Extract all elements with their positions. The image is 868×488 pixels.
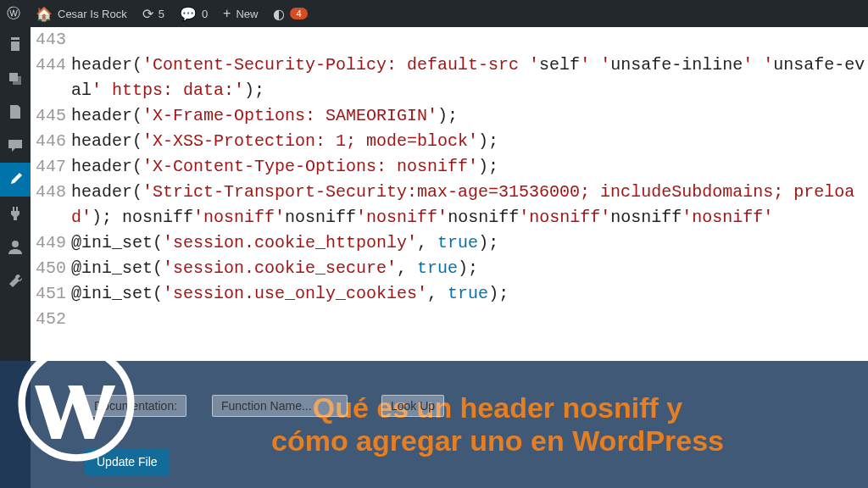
line-number: 452 bbox=[31, 307, 71, 332]
code-line[interactable]: 449@ini_set('session.cookie_httponly', t… bbox=[31, 230, 868, 256]
code-content[interactable] bbox=[71, 27, 868, 53]
code-line[interactable]: 451@ini_set('session.use_only_cookies', … bbox=[31, 281, 868, 307]
code-line[interactable]: 446header('X-XSS-Protection: 1; mode=blo… bbox=[31, 129, 868, 154]
new-label: New bbox=[236, 8, 258, 20]
code-line[interactable]: 443 bbox=[31, 27, 868, 53]
site-home[interactable]: 🏠Cesar Is Rock bbox=[36, 6, 127, 22]
comments-notif[interactable]: 💬0 bbox=[180, 6, 208, 22]
code-line[interactable]: 447header('X-Content-Type-Options: nosni… bbox=[31, 154, 868, 180]
line-number: 443 bbox=[31, 27, 71, 53]
line-number: 446 bbox=[31, 129, 71, 154]
line-number: 445 bbox=[31, 103, 71, 129]
seo-indicator[interactable]: ◐4 bbox=[273, 6, 307, 22]
svg-point-2 bbox=[12, 241, 19, 247]
sidebar-item-tools[interactable] bbox=[0, 264, 31, 298]
updates[interactable]: ⟳5 bbox=[142, 6, 164, 22]
lookup-button[interactable]: Look Up bbox=[381, 395, 444, 417]
sidebar-item-appearance[interactable] bbox=[0, 163, 31, 197]
wp-logo[interactable]: ⓦ bbox=[7, 5, 20, 23]
sidebar-item-media[interactable] bbox=[0, 61, 31, 95]
sidebar-item-posts[interactable] bbox=[0, 27, 31, 61]
code-content[interactable]: header('Strict-Transport-Security:max-ag… bbox=[71, 180, 868, 230]
title-overlay: Documentation: Function Name... Look Up … bbox=[0, 361, 868, 488]
watermark: cursowpress.com bbox=[865, 68, 868, 239]
line-number: 450 bbox=[31, 256, 71, 281]
sidebar-item-pages[interactable] bbox=[0, 95, 31, 129]
title-line-2: cómo agregar uno en WordPress bbox=[178, 424, 817, 458]
sidebar-item-plugins[interactable] bbox=[0, 197, 31, 230]
line-number: 449 bbox=[31, 230, 71, 256]
line-number: 444 bbox=[31, 53, 71, 103]
code-content[interactable] bbox=[71, 307, 868, 332]
code-content[interactable]: @ini_set('session.cookie_httponly', true… bbox=[71, 230, 868, 256]
seo-badge: 4 bbox=[290, 8, 307, 19]
svg-rect-1 bbox=[13, 76, 21, 85]
code-content[interactable]: header('X-Frame-Options: SAMEORIGIN'); bbox=[71, 103, 868, 129]
code-line[interactable]: 445header('X-Frame-Options: SAMEORIGIN')… bbox=[31, 103, 868, 129]
code-content[interactable]: @ini_set('session.cookie_secure', true); bbox=[71, 256, 868, 281]
updates-count: 5 bbox=[159, 8, 164, 20]
comments-count: 0 bbox=[202, 8, 208, 20]
code-content[interactable]: header('X-XSS-Protection: 1; mode=block'… bbox=[71, 129, 868, 154]
code-line[interactable]: 450@ini_set('session.cookie_secure', tru… bbox=[31, 256, 868, 281]
wordpress-logo-icon bbox=[17, 344, 136, 466]
line-number: 448 bbox=[31, 180, 71, 230]
line-number: 447 bbox=[31, 154, 71, 180]
code-content[interactable]: @ini_set('session.use_only_cookies', tru… bbox=[71, 281, 868, 307]
code-line[interactable]: 452 bbox=[31, 307, 868, 332]
code-content[interactable]: header('Content-Security-Policy: default… bbox=[71, 53, 868, 103]
code-line[interactable]: 448header('Strict-Transport-Security:max… bbox=[31, 180, 868, 230]
site-name: Cesar Is Rock bbox=[58, 8, 127, 20]
function-name-input[interactable]: Function Name... bbox=[212, 395, 348, 417]
code-line[interactable]: 444header('Content-Security-Policy: defa… bbox=[31, 53, 868, 103]
sidebar-item-comments[interactable] bbox=[0, 129, 31, 163]
code-editor[interactable]: 443444header('Content-Security-Policy: d… bbox=[31, 27, 868, 332]
sidebar-item-users[interactable] bbox=[0, 230, 31, 264]
code-content[interactable]: header('X-Content-Type-Options: nosniff'… bbox=[71, 154, 868, 180]
new-content[interactable]: +New bbox=[223, 6, 258, 21]
admin-toolbar: ⓦ 🏠Cesar Is Rock ⟳5 💬0 +New ◐4 bbox=[0, 0, 868, 27]
line-number: 451 bbox=[31, 281, 71, 307]
